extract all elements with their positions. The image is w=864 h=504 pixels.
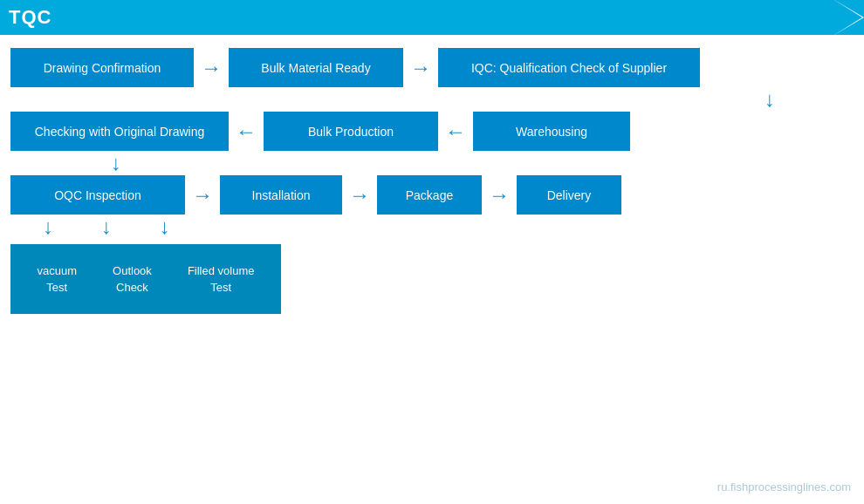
vacuum-test-line2: Test (38, 279, 78, 296)
arrow-down-r1-r2: ↓ (765, 89, 775, 110)
sub-row: vacuum Test Outlook Check Filled volume … (10, 244, 854, 314)
outlook-check-line2: Check (113, 279, 152, 296)
arrow-r2-2: ← (445, 121, 466, 142)
row2: Checking with Original Drawing ← Bulk Pr… (10, 112, 854, 151)
filled-volume-line2: Test (188, 279, 255, 296)
header-title: TQC (9, 6, 51, 29)
drawing-confirmation-box: Drawing Confirmation (10, 48, 194, 87)
header: TQC (0, 0, 864, 35)
arrow-r3-3: → (489, 185, 510, 206)
arrow-down-sub-2: ↓ (101, 216, 112, 237)
arrow-down-sub-3: ↓ (160, 216, 170, 237)
oqc-inspection-box: OQC Inspection (10, 175, 185, 215)
sub-items-box: vacuum Test Outlook Check Filled volume … (10, 244, 281, 314)
bulk-production-box: Bulk Production (264, 112, 438, 151)
arrow-down-sub-1: ↓ (43, 216, 53, 237)
installation-box: Installation (220, 175, 342, 215)
checking-original-box: Checking with Original Drawing (10, 112, 229, 151)
arrow-r2-1: ← (236, 121, 257, 142)
package-box: Package (377, 175, 482, 215)
vacuum-test-item: vacuum Test (38, 262, 78, 296)
outlook-check-line1: Outlook (113, 262, 152, 280)
outlook-check-item: Outlook Check (113, 262, 152, 296)
arrow-r1-1: → (201, 58, 222, 78)
vacuum-test-line1: vacuum (38, 262, 78, 280)
iqc-box: IQC: Qualification Check of Supplier (438, 48, 700, 87)
arrow-r1-2: → (410, 58, 431, 78)
diagram-layout: Drawing Confirmation → Bulk Material Rea… (0, 35, 864, 323)
delivery-box: Delivery (517, 175, 621, 215)
row3: OQC Inspection → Installation → Package … (10, 175, 854, 215)
row1: Drawing Confirmation → Bulk Material Rea… (10, 48, 854, 87)
bulk-material-box: Bulk Material Ready (229, 48, 403, 87)
warehousing-box: Warehousing (473, 112, 630, 151)
arrow-r3-2: → (349, 185, 370, 206)
filled-volume-item: Filled volume Test (188, 262, 255, 296)
arrow-down-r2-r3: ↓ (111, 153, 121, 174)
arrow-r3-1: → (192, 185, 213, 206)
watermark: ru.fishprocessinglines.com (717, 480, 851, 494)
filled-volume-line1: Filled volume (188, 262, 255, 280)
